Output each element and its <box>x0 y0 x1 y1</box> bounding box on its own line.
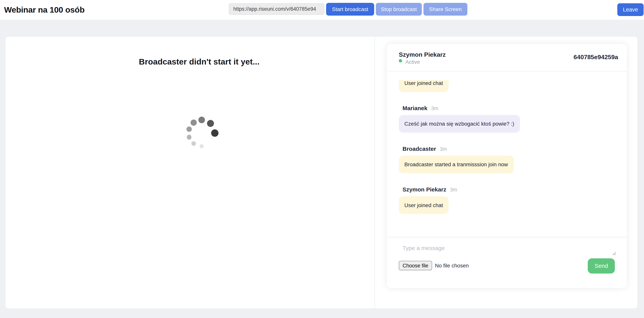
message-list[interactable]: User joined chatMarianek3mCześć jak możn… <box>387 80 627 237</box>
main-panel: Broadcaster didn't start it yet... Szymo… <box>5 36 638 309</box>
message-time: 3m <box>450 187 457 192</box>
message-meta: Broadcaster3m <box>402 146 615 152</box>
no-file-chosen-label: No file chosen <box>435 262 469 268</box>
spinner-dot <box>192 141 196 146</box>
spinner-dot <box>187 135 192 140</box>
message-author: Broadcaster <box>402 145 436 152</box>
message-meta: Marianek3m <box>402 105 615 111</box>
loading-spinner-icon <box>188 120 215 146</box>
room-id: 640785e94259a <box>574 53 618 60</box>
message-bubble: User joined chat <box>398 196 448 214</box>
textarea-resize-handle-icon[interactable] <box>611 250 616 256</box>
message-author: Marianek <box>402 104 428 111</box>
chat-message: Marianek3mCześć jak można się wzbogacić … <box>398 105 615 132</box>
chat-header-divider <box>387 71 627 72</box>
active-status-icon <box>399 59 402 62</box>
message-meta: Szymon Piekarz3m <box>402 186 615 192</box>
start-broadcast-button[interactable]: Start broadcast <box>326 3 374 16</box>
spinner-dot <box>207 120 214 127</box>
message-author: Szymon Piekarz <box>402 186 446 192</box>
composer-divider <box>387 237 627 238</box>
webinar-app: Webinar na 100 osób Start broadcast Stop… <box>0 0 644 318</box>
message-time: 3m <box>431 105 438 111</box>
message-bubble: Cześć jak można się wzbogacić ktoś powie… <box>398 115 520 132</box>
spinner-dot <box>198 117 205 123</box>
chat-message: User joined chat <box>398 80 615 92</box>
panel-divider <box>374 37 375 308</box>
message-input[interactable] <box>399 240 615 256</box>
chat-user-name: Szymon Piekarz <box>399 51 446 58</box>
message-time: 3m <box>440 146 447 152</box>
chat-panel: Szymon Piekarz Active 640785e94259a User… <box>387 44 627 288</box>
leave-button[interactable]: Leave <box>617 3 644 16</box>
spinner-dot <box>200 144 204 148</box>
active-status-label: Active <box>406 58 420 65</box>
chat-message: Broadcaster3mBroadcaster started a tranm… <box>398 146 615 173</box>
share-url-input[interactable] <box>229 3 324 15</box>
share-screen-button[interactable]: Share Screen <box>424 3 468 16</box>
send-button[interactable]: Send <box>588 258 615 273</box>
top-bar: Webinar na 100 osób Start broadcast Stop… <box>0 0 644 20</box>
message-bubble: Broadcaster started a tranmisssion join … <box>398 155 514 173</box>
file-upload-row: Choose file No file chosen <box>399 260 469 270</box>
spinner-dot <box>211 129 218 137</box>
broadcast-status-heading: Broadcaster didn't start it yet... <box>139 57 260 66</box>
spinner-dot <box>186 126 192 132</box>
choose-file-button[interactable]: Choose file <box>399 261 432 270</box>
chat-message: Szymon Piekarz3mUser joined chat <box>398 186 615 214</box>
stop-broadcast-button[interactable]: Stop broadcast <box>376 3 422 16</box>
page-title: Webinar na 100 osób <box>4 5 85 14</box>
spinner-dot <box>190 120 196 126</box>
message-bubble: User joined chat <box>398 80 448 92</box>
